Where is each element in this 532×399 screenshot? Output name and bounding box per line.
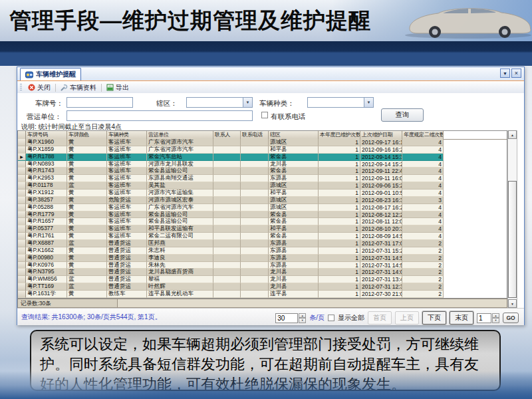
table-row[interactable]: 粤P.X1859黄客运班车广东省河源市汽车和平县12012-09-16 16:2… xyxy=(18,146,507,154)
grid-cell: 紫金县运输公司 xyxy=(147,168,213,175)
grid-cell: 蓝 xyxy=(67,283,107,291)
district-select[interactable]: ▼ xyxy=(186,97,253,108)
row-indicator xyxy=(18,190,26,197)
table-row[interactable]: 粤P.05377黄客运班车和平县联发运输有和平县12012-08-10 20:3… xyxy=(18,225,507,233)
table-row[interactable]: 粤P.N0893黄客运班车河源市龙川县联发龙川县12012-09-14 15:2… xyxy=(18,161,507,168)
scroll-down-icon[interactable]: ▼ xyxy=(508,299,517,308)
column-header[interactable]: 车牌颜色 xyxy=(67,131,107,139)
table-row[interactable]: 粤P.00980黄普通货运李迪良东源县12012-07-31 14:512 xyxy=(18,255,507,262)
column-header[interactable]: 联系人 xyxy=(213,131,241,139)
page-number-stepper[interactable]: ▲ ▼ xyxy=(492,313,499,323)
table-row[interactable]: 粤P.05288黄客运班车广东省河源市汽车源城区12012-08-17 16:2… xyxy=(18,204,507,211)
scroll-up-icon[interactable]: ▲ xyxy=(508,130,517,139)
column-header[interactable]: 年度规定二维次数 xyxy=(402,131,444,139)
query-button[interactable]: 查询 xyxy=(381,108,424,122)
go-button[interactable]: GO xyxy=(503,313,519,323)
grid-cell: 4 xyxy=(402,233,444,240)
grid-cell: 黎福 xyxy=(147,276,213,283)
row-indicator xyxy=(18,211,26,219)
chevron-down-icon[interactable]: ▼ xyxy=(243,98,252,107)
column-header[interactable]: 车牌号码 xyxy=(26,131,67,139)
grid-cell: 粤P.TT169 xyxy=(26,283,67,291)
column-header[interactable]: 辖区 xyxy=(269,131,319,139)
page-size-stepper[interactable]: ▲ ▼ xyxy=(299,313,306,323)
column-header[interactable]: 联系电话 xyxy=(241,131,269,139)
stepper-up-icon[interactable]: ▲ xyxy=(299,313,306,319)
grid-cell: 4 xyxy=(402,154,444,161)
table-row[interactable]: 粤P.K2953黄客运班车东源县南翔交通运东源县12012-09-11 16:0… xyxy=(18,175,507,182)
table-row[interactable]: 粤P.38257黄危险货运河源市源城区宏泰源城区12012-08-23 16:3… xyxy=(18,197,507,204)
table-row[interactable]: 粤P.R1657黄客运班车紫金县运输公司紫金县12012-08-11 12:01… xyxy=(18,218,507,225)
window-close-button[interactable]: × xyxy=(511,68,521,78)
table-row[interactable]: 粤P.K0976黄普通货运朱林先东源县12012-07-31 14:512 xyxy=(18,262,507,269)
row-indicator xyxy=(18,225,26,233)
table-row[interactable]: 粤P.TT169蓝普通货运叶然辉龙川县12012-07-31 12:372 xyxy=(18,283,507,291)
table-row[interactable]: 粤P.01178蓝客运班车吴其盐源城区12012-09-06 15:274 xyxy=(18,182,507,190)
scrollbar-thumb[interactable] xyxy=(508,181,517,298)
column-header[interactable]: 上次维护日期 xyxy=(360,131,402,139)
prev-page-button[interactable]: 上页 xyxy=(395,311,419,325)
close-button[interactable]: 关闭 xyxy=(25,82,54,93)
vertical-scrollbar[interactable]: ▲ ▼ xyxy=(507,130,517,308)
column-header[interactable]: 营运单位 xyxy=(147,131,213,139)
column-header[interactable]: 车辆种类 xyxy=(107,131,147,139)
grid-cell: 2012-08-12 12:20 xyxy=(360,211,402,219)
grid-cell: 普通货运 xyxy=(107,276,147,283)
grid-cell: 黄 xyxy=(67,190,107,197)
tab-bar: 车辆维护提醒 ▼ × xyxy=(17,67,524,81)
table-row[interactable]: 粤P.X1960黄客运班车广东省河源市汽车源城区12012-09-17 16:1… xyxy=(18,139,507,146)
grid-cell xyxy=(241,161,269,168)
grid-cell: 粤P.N3795 xyxy=(26,269,67,276)
show-all-checkbox[interactable] xyxy=(328,315,334,321)
vehicle-type-select[interactable]: ▼ xyxy=(307,97,374,108)
export-button[interactable]: 导出 xyxy=(103,82,132,93)
window-menu-button[interactable]: ▼ xyxy=(500,68,510,78)
next-page-button[interactable]: 下页 xyxy=(422,311,446,325)
table-row[interactable]: ▶粤P.R1788黄客运班车紫金汽车总站紫金县12012-09-14 15:31… xyxy=(18,154,507,161)
plate-input[interactable] xyxy=(66,97,133,108)
table-row[interactable]: 粤P.R1779黄客运班车紫金县运输公司紫金县12012-08-12 12:20… xyxy=(18,211,507,219)
table-row[interactable]: 粤P.X6887蓝普通货运匡邦燕东源县12012-07-31 17:022 xyxy=(18,240,507,247)
app-icon xyxy=(25,71,33,78)
table-row[interactable]: 粤P.N3795蓝普通货运龙川县聪盛百货商龙川县12012-07-31 14:0… xyxy=(18,269,507,276)
table-row[interactable]: 粤P.K1662黄普通货运朱志科东源县12012-07-31 15:282 xyxy=(18,247,507,255)
chevron-down-icon[interactable]: ▼ xyxy=(364,98,373,107)
toolbar-separator xyxy=(101,84,102,92)
page-number-input[interactable] xyxy=(477,313,491,323)
table-row[interactable]: 粤P.R1743黄客运班车紫金县运输公司紫金县12012-09-11 22:46… xyxy=(18,168,507,175)
row-indicator xyxy=(18,218,26,225)
grid-cell: 4 xyxy=(402,218,444,225)
phone-checkbox[interactable] xyxy=(261,112,268,118)
grid-cell: 2 xyxy=(402,240,444,247)
grid-cell: 源城区 xyxy=(269,197,319,204)
first-page-button[interactable]: 首页 xyxy=(368,311,392,325)
grid-cell: 粤P.R1743 xyxy=(26,168,67,175)
grid-cell: 1 xyxy=(319,276,360,283)
grid-cell: 叶然辉 xyxy=(147,283,213,291)
grid-body: 粤P.X1960黄客运班车广东省河源市汽车源城区12012-09-17 16:1… xyxy=(18,139,507,298)
vehicle-info-button[interactable]: 车辆资料 xyxy=(57,82,100,93)
stepper-down-icon[interactable]: ▼ xyxy=(492,318,499,323)
grid-cell xyxy=(213,146,241,154)
column-header[interactable]: 本年度已维护次数 xyxy=(319,131,360,139)
grid-cell xyxy=(241,146,269,154)
grid-cell: 和平县 xyxy=(269,225,319,233)
table-row[interactable]: 粤P.R1761黄客运班车紫金二运有限公司紫金县12012-08-09 14:5… xyxy=(18,233,507,240)
grid-cell: 蓝 xyxy=(67,276,107,283)
grid-cell: 黄 xyxy=(67,175,107,182)
stepper-down-icon[interactable]: ▼ xyxy=(299,318,306,323)
table-row[interactable]: 粤P.1631学黄教练车连平县晨光机动车连平县12012-07-30 21:05… xyxy=(18,291,507,298)
grid-cell: 普通货运 xyxy=(107,269,147,276)
tab-vehicle-maintenance-reminder[interactable]: 车辆维护提醒 xyxy=(20,68,81,80)
last-page-button[interactable]: 末页 xyxy=(450,311,473,325)
table-row[interactable]: 粤P.WM856蓝普通货运黎福龙川县12012-07-31 13:402 xyxy=(18,276,507,283)
grid-cell: 客运班车 xyxy=(107,175,147,182)
grid-cell: 2012-07-30 21:05 xyxy=(360,291,402,298)
operator-input[interactable] xyxy=(66,110,253,121)
page-size-input[interactable] xyxy=(275,313,298,323)
stepper-up-icon[interactable]: ▲ xyxy=(492,313,499,319)
table-row[interactable]: 粤P.X1912黄客运班车河源市汽车运输集和平县12012-09-01 10:5… xyxy=(18,190,507,197)
slide: 管理手段—维护过期管理及维护提醒 车辆维护提醒 ▼ × xyxy=(0,0,532,399)
grid-cell xyxy=(241,276,269,283)
row-indicator xyxy=(18,240,26,247)
